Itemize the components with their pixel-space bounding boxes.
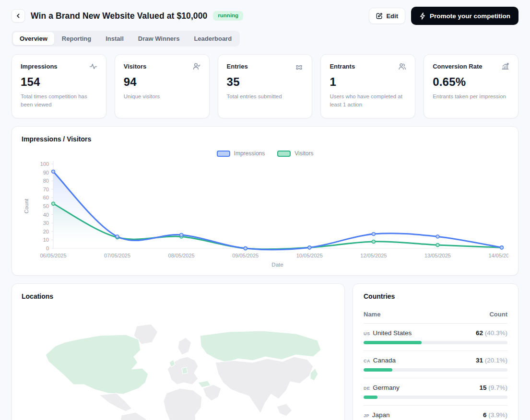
legend-swatch-visitors	[277, 151, 291, 157]
stat-card-impressions: Impressions 154 Total times competition …	[12, 54, 106, 118]
users-icon	[398, 62, 406, 70]
country-name: Canada	[373, 357, 396, 364]
competition-overview-page: Win a Brand New Website Valued at $10,00…	[0, 0, 530, 420]
country-name: Japan	[372, 411, 390, 419]
chevron-left-icon	[15, 13, 21, 19]
country-row: US United States 62 (40.3%)	[364, 324, 507, 351]
countries-column-count: Count	[489, 311, 507, 318]
svg-text:90: 90	[43, 170, 49, 175]
stat-card-entrants: Entrants 1 Users who have completed at l…	[320, 54, 415, 118]
country-code: CA	[364, 359, 370, 363]
ticket-icon	[295, 62, 303, 70]
svg-text:30: 30	[43, 220, 49, 226]
bottom-row: Locations	[12, 283, 518, 420]
country-pct: (20.1%)	[483, 357, 507, 364]
locations-title: Locations	[22, 292, 335, 300]
tab-overview[interactable]: Overview	[13, 32, 54, 45]
legend-label-visitors: Visitors	[294, 150, 313, 157]
countries-list: US United States 62 (40.3%) CA Canada 31…	[364, 324, 507, 420]
countries-table-header: Name Count	[364, 311, 507, 324]
promote-competition-button[interactable]: Promote your competition	[411, 7, 518, 25]
back-button[interactable]	[12, 9, 25, 23]
country-row: DE Germany 15 (9.7%)	[364, 378, 507, 406]
country-count: 62	[476, 329, 483, 337]
legend-item-visitors[interactable]: Visitors	[277, 150, 313, 157]
locations-card: Locations	[12, 283, 345, 420]
country-code: US	[364, 331, 370, 336]
country-bar-track	[364, 368, 507, 372]
svg-text:Date: Date	[271, 262, 283, 268]
svg-text:60: 60	[43, 195, 49, 200]
svg-text:10: 10	[43, 237, 49, 243]
promote-button-label: Promote your competition	[430, 12, 510, 20]
lightning-bolt-icon	[419, 12, 426, 20]
country-bar-track	[364, 341, 507, 344]
stat-description: Entrants taken per impression	[433, 93, 509, 101]
status-badge: running	[213, 11, 243, 21]
country-row: JP Japan 6 (3.9%)	[364, 406, 507, 420]
country-pct: (3.9%)	[486, 411, 507, 419]
svg-text:Count: Count	[24, 198, 29, 213]
country-name: United States	[373, 329, 412, 337]
stat-value: 0.65%	[433, 75, 509, 89]
country-name: Germany	[373, 384, 400, 391]
country-count: 15	[479, 384, 486, 391]
edit-button-label: Edit	[386, 12, 398, 20]
stat-value: 35	[227, 75, 304, 89]
svg-text:100: 100	[40, 161, 49, 167]
stat-value: 154	[21, 75, 97, 89]
legend-item-impressions[interactable]: Impressions	[217, 150, 265, 157]
impressions-visitors-chart-card: Impressions / Visitors Impressions Visit…	[12, 126, 518, 276]
stat-card-conversion-rate: Conversion Rate 0.65% Entrants taken per…	[424, 54, 518, 118]
stat-label: Visitors	[124, 63, 146, 70]
chart-legend: Impressions Visitors	[22, 150, 508, 157]
svg-text:08/05/2025: 08/05/2025	[168, 253, 195, 258]
stat-description: Unique visitors	[124, 93, 200, 101]
tab-install[interactable]: Install	[99, 32, 130, 45]
svg-text:06/05/2025: 06/05/2025	[40, 253, 66, 258]
tab-leaderboard[interactable]: Leaderboard	[187, 32, 238, 45]
user-check-icon	[192, 62, 200, 70]
chart-title: Impressions / Visitors	[22, 135, 508, 143]
stat-description: Total times competition has been viewed	[21, 93, 97, 108]
svg-text:40: 40	[43, 212, 49, 218]
svg-text:14/05/2025: 14/05/2025	[488, 253, 508, 258]
svg-text:09/05/2025: 09/05/2025	[232, 253, 259, 258]
svg-text:13/05/2025: 13/05/2025	[424, 253, 451, 258]
country-bar-fill	[364, 341, 422, 344]
stat-value: 94	[124, 75, 200, 89]
map-middle-east	[203, 385, 221, 401]
chart-canvas: 010203040506070809010006/05/202507/05/20…	[22, 159, 508, 269]
legend-label-impressions: Impressions	[234, 150, 265, 157]
map-scandinavia	[178, 338, 191, 355]
svg-text:0: 0	[46, 245, 49, 251]
map-south-america	[119, 412, 148, 420]
country-row: CA Canada 31 (20.1%)	[364, 351, 507, 378]
edit-button[interactable]: Edit	[369, 8, 405, 24]
map-central-america	[99, 393, 132, 411]
svg-text:50: 50	[43, 203, 49, 209]
tab-reporting[interactable]: Reporting	[55, 32, 98, 45]
world-map	[22, 313, 335, 420]
country-pct: (40.3%)	[483, 329, 507, 337]
svg-text:20: 20	[43, 229, 49, 234]
stats-row: Impressions 154 Total times competition …	[12, 54, 518, 118]
stat-value: 1	[330, 75, 406, 89]
page-header: Win a Brand New Website Valued at $10,00…	[12, 7, 518, 25]
edit-pencil-icon	[376, 12, 383, 19]
stat-description: Total entries submitted	[227, 93, 304, 101]
country-code: JP	[364, 413, 369, 418]
legend-swatch-impressions	[217, 151, 230, 157]
country-pct: (9.7%)	[486, 384, 507, 391]
stat-label: Entries	[227, 63, 248, 70]
chart-trend-icon	[501, 62, 509, 70]
country-code: DE	[364, 386, 370, 391]
map-north-america	[46, 335, 148, 394]
stat-label: Entrants	[330, 63, 355, 70]
stat-description: Users who have completed at least 1 acti…	[330, 93, 406, 108]
page-title: Win a Brand New Website Valued at $10,00…	[31, 11, 207, 21]
map-africa	[164, 388, 202, 420]
svg-text:12/05/2025: 12/05/2025	[360, 253, 387, 258]
tab-draw-winners[interactable]: Draw Winners	[131, 32, 187, 45]
country-bar-fill	[364, 368, 392, 372]
